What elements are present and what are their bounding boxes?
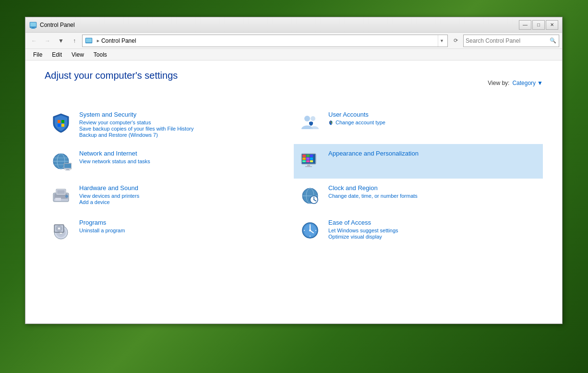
category-network-internet[interactable]: Network and Internet View network status… (45, 144, 294, 179)
svg-point-12 (311, 116, 315, 121)
svg-point-11 (304, 116, 310, 121)
menu-tools[interactable]: Tools (90, 50, 111, 59)
system-security-link-3[interactable]: Backup and Restore (Windows 7) (79, 132, 289, 138)
category-clock-region[interactable]: Clock and Region Change date, time, or n… (294, 179, 543, 213)
svg-rect-41 (55, 198, 61, 201)
ease-of-access-link-2[interactable]: Optimize visual display (328, 234, 538, 240)
forward-button[interactable]: → (42, 35, 53, 47)
minimize-button[interactable]: — (519, 20, 531, 30)
svg-rect-14 (331, 121, 332, 122)
up-button[interactable]: ↑ (69, 35, 80, 47)
network-internet-link-1[interactable]: View network status and tasks (79, 158, 289, 164)
svg-rect-6 (86, 38, 92, 42)
desktop: Control Panel — □ ✕ ← → ▼ ↑ ► Co (0, 0, 588, 373)
user-accounts-link-1[interactable]: Change account type (328, 120, 538, 126)
network-internet-text: Network and Internet View network status… (79, 150, 289, 165)
svg-rect-15 (330, 123, 331, 124)
category-appearance[interactable]: Appearance and Personalization (294, 144, 543, 179)
search-bar[interactable]: 🔍 (463, 35, 559, 47)
search-input[interactable] (466, 37, 549, 44)
hardware-sound-link-1[interactable]: View devices and printers (79, 193, 289, 199)
svg-rect-1 (30, 23, 36, 26)
programs-icon (49, 219, 72, 242)
menu-view[interactable]: View (68, 50, 88, 59)
system-security-text: System and Security Review your computer… (79, 111, 289, 138)
menu-edit[interactable]: Edit (48, 50, 66, 59)
appearance-icon (299, 150, 322, 173)
clock-region-link-1[interactable]: Change date, time, or number formats (328, 193, 538, 199)
svg-rect-23 (64, 164, 71, 168)
svg-rect-38 (305, 166, 312, 167)
network-internet-title[interactable]: Network and Internet (79, 150, 289, 157)
svg-rect-29 (306, 155, 310, 157)
user-accounts-title[interactable]: User Accounts (328, 111, 538, 118)
svg-rect-24 (66, 169, 69, 170)
hardware-sound-title[interactable]: Hardware and Sound (79, 184, 289, 192)
category-user-accounts[interactable]: User Accounts Change account type (294, 105, 543, 144)
programs-link-1[interactable]: Uninstall a program (79, 228, 289, 233)
search-icon[interactable]: 🔍 (549, 37, 557, 45)
hardware-sound-link-2[interactable]: Add a device (79, 199, 289, 205)
refresh-button[interactable]: ⟳ (450, 35, 461, 47)
system-security-link-1[interactable]: Review your computer's status (79, 120, 289, 125)
address-icon (84, 36, 93, 45)
svg-rect-33 (310, 157, 313, 160)
address-bar[interactable]: ► Control Panel ▼ (82, 35, 448, 47)
content-wrapper: Adjust your computer's settings View by:… (45, 70, 543, 248)
clock-region-text: Clock and Region Change date, time, or n… (328, 184, 538, 199)
svg-rect-4 (31, 28, 36, 29)
svg-rect-44 (57, 190, 65, 194)
category-system-security[interactable]: System and Security Review your computer… (45, 105, 294, 144)
appearance-text: Appearance and Personalization (328, 150, 538, 158)
clock-region-title[interactable]: Clock and Region (328, 184, 538, 192)
view-by-select[interactable]: Category ▼ (512, 80, 543, 86)
clock-region-icon (299, 184, 322, 207)
user-accounts-text: User Accounts Change account type (328, 111, 538, 126)
category-programs[interactable]: Programs Uninstall a program (45, 213, 294, 248)
title-bar: Control Panel — □ ✕ (25, 17, 562, 33)
svg-rect-10 (61, 124, 64, 127)
svg-rect-16 (331, 123, 332, 124)
maximize-button[interactable]: □ (532, 20, 545, 30)
window-icon (29, 21, 37, 29)
programs-title[interactable]: Programs (79, 219, 289, 226)
back-button[interactable]: ← (28, 35, 40, 47)
menu-bar: File Edit View Tools (25, 49, 562, 60)
system-security-link-2[interactable]: Save backup copies of your files with Fi… (79, 126, 289, 132)
svg-point-64 (309, 229, 311, 231)
user-accounts-icon (299, 111, 322, 134)
svg-rect-36 (310, 160, 313, 162)
close-button[interactable]: ✕ (546, 20, 558, 30)
ease-of-access-icon (299, 219, 322, 242)
system-security-title[interactable]: System and Security (79, 111, 289, 118)
content-area: Adjust your computer's settings View by:… (25, 60, 562, 324)
page-title: Adjust your computer's settings (45, 70, 178, 81)
menu-file[interactable]: File (29, 50, 46, 59)
category-ease-of-access[interactable]: Ease of Access Let Windows suggest setti… (294, 213, 543, 248)
appearance-title[interactable]: Appearance and Personalization (328, 150, 538, 157)
svg-rect-34 (302, 160, 306, 162)
nav-bar: ← → ▼ ↑ ► Control Panel ▼ ⟳ 🔍 (25, 33, 562, 49)
svg-rect-2 (30, 27, 36, 28)
view-by-container: View by: Category ▼ (488, 80, 543, 86)
hardware-sound-icon (49, 184, 72, 207)
address-dropdown-button[interactable]: ▼ (438, 35, 445, 47)
svg-rect-31 (302, 157, 306, 160)
address-text: Control Panel (101, 37, 438, 44)
header-row: Adjust your computer's settings View by:… (45, 70, 543, 96)
system-security-icon (49, 111, 72, 134)
svg-rect-25 (65, 170, 70, 170)
category-hardware-sound[interactable]: Hardware and Sound View devices and prin… (45, 179, 294, 213)
ease-of-access-link-1[interactable]: Let Windows suggest settings (328, 228, 538, 233)
svg-rect-3 (32, 28, 35, 28)
recent-locations-button[interactable]: ▼ (55, 35, 67, 47)
svg-point-42 (65, 195, 68, 198)
svg-rect-30 (310, 155, 313, 157)
ease-of-access-title[interactable]: Ease of Access (328, 219, 538, 226)
window-controls: — □ ✕ (519, 20, 558, 30)
svg-rect-32 (306, 157, 310, 160)
network-internet-icon (49, 150, 72, 173)
view-by-value: Category (512, 80, 536, 86)
programs-text: Programs Uninstall a program (79, 219, 289, 234)
breadcrumb-arrow: ► (96, 38, 100, 43)
